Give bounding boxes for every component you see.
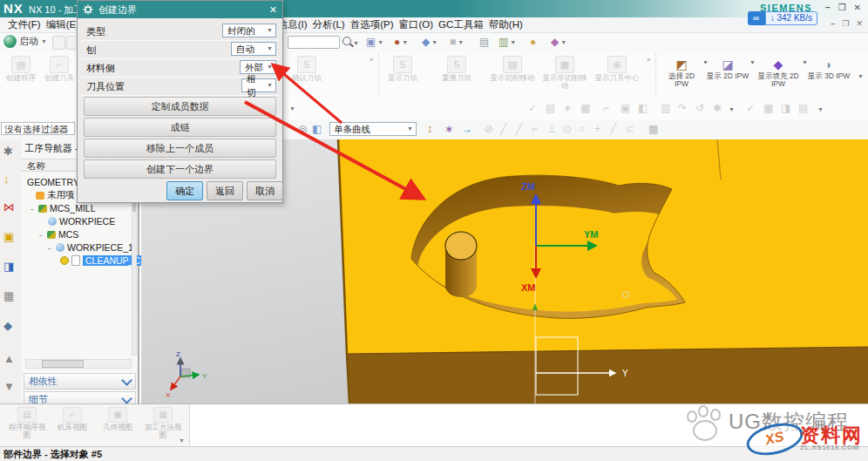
settings-gear-icon[interactable]: ✱ <box>3 145 13 158</box>
chevron-down-icon[interactable]: ▼ <box>802 59 808 65</box>
util-icon[interactable]: ⌐ <box>603 102 609 114</box>
chevron-down-icon[interactable]: ▼ <box>817 106 824 112</box>
tree-node-geometry[interactable]: GEOMETRY <box>27 176 79 188</box>
dialog-close-icon[interactable]: ✕ <box>269 4 277 16</box>
doc-minimize-icon[interactable]: – <box>831 19 835 28</box>
util-icon[interactable]: ✓ <box>746 102 755 114</box>
reuse-library-icon[interactable]: ◨ <box>3 260 14 273</box>
ok-button[interactable]: 确定 <box>166 181 203 200</box>
util-icon[interactable]: ▦ <box>580 102 590 114</box>
block-front-face[interactable] <box>347 347 868 403</box>
snap-icon[interactable]: ╱ <box>516 123 522 135</box>
close-icon[interactable]: ✕ <box>854 3 861 12</box>
snap-icon[interactable]: ○ <box>579 123 585 135</box>
snap-view-icon[interactable]: ◆▼ <box>551 36 566 48</box>
util-icon[interactable]: ◧ <box>638 102 648 114</box>
util-icon[interactable]: ▣ <box>620 102 630 114</box>
menu-help[interactable]: 帮助(H) <box>486 18 526 31</box>
hd3d-tools-icon[interactable]: ▦ <box>3 289 14 302</box>
minimize-icon[interactable]: – <box>825 3 831 12</box>
util-icon[interactable]: ✓ <box>528 102 537 114</box>
util-icon[interactable]: ↷ <box>678 102 687 114</box>
program-order-view-button[interactable]: ▤ 程序顺序视图 <box>5 406 49 447</box>
point-constructor-icon[interactable]: ∗ <box>444 123 453 135</box>
chevron-down-icon[interactable]: ▼ <box>353 40 359 46</box>
show-3d-ipw-button[interactable]: ◗ 显示 3D IPW <box>807 54 851 80</box>
web-browser-icon[interactable]: ◆ <box>3 319 12 332</box>
doc-close-icon[interactable]: ✕ <box>856 19 863 28</box>
tree-node-cleanup[interactable]: CLEANUP_C <box>60 254 143 267</box>
part-navigator-icon[interactable]: ▣ <box>3 230 14 243</box>
solid-body-icon[interactable]: ◧ <box>312 123 322 135</box>
snap-icon[interactable]: ⊙ <box>563 123 572 135</box>
util-icon[interactable]: ▤ <box>546 102 555 114</box>
cylinder-island-top[interactable] <box>445 232 477 260</box>
menu-window[interactable]: 窗口(O) <box>396 18 436 31</box>
selection-filter-dropdown[interactable]: 没有选择过滤器 <box>1 122 75 135</box>
show-toolpath-button[interactable]: 5 显示刀轨 <box>383 54 422 82</box>
create-program-button[interactable]: ▤ 创建程序 <box>2 54 40 82</box>
util-icon[interactable]: ✱ <box>713 102 722 114</box>
tree-node-unused[interactable]: 未用项 <box>36 189 75 201</box>
curve-rule-dropdown[interactable]: 单条曲线 ▼ <box>329 122 417 136</box>
constraint-navigator-icon[interactable]: ⋈ <box>3 200 15 214</box>
doc-restore-icon[interactable]: ❐ <box>842 19 849 28</box>
show-filled-2d-ipw-button[interactable]: ◆ 显示填充 2D IPW <box>755 54 802 88</box>
chevron-down-icon[interactable]: ▼ <box>179 437 185 444</box>
machine-tool-view-button[interactable]: ⌐ 机床视图 <box>51 406 94 447</box>
plane-dropdown[interactable]: 自动 ▼ <box>231 42 276 56</box>
dialog-titlebar[interactable]: 创建边界 ✕ <box>78 1 282 18</box>
type-dropdown[interactable]: 封闭的 ▼ <box>222 24 276 37</box>
command-search-input[interactable] <box>288 36 340 49</box>
move-object-icon[interactable]: ● <box>530 36 536 48</box>
display-mode-icon[interactable]: ■▼ <box>450 36 464 48</box>
chevron-down-icon[interactable]: ▼ <box>702 59 709 65</box>
chevron-down-icon[interactable]: ▼ <box>749 59 756 65</box>
view-cube-icon[interactable]: ◆▼ <box>422 36 437 48</box>
fit-window-icon[interactable]: ▣▼ <box>366 36 383 48</box>
group-overflow-mark[interactable]: » <box>370 56 373 64</box>
roles-icon[interactable]: ▼ <box>3 380 15 393</box>
back-button[interactable]: 返回 <box>207 181 243 200</box>
util-icon[interactable]: ∗ <box>563 102 572 114</box>
tree-node-workpiece[interactable]: WORKPIECE <box>48 215 115 227</box>
snap-icon[interactable]: + <box>594 123 600 135</box>
tree-horizontal-scrollbar[interactable] <box>25 359 132 369</box>
snap-icon[interactable]: ⌐ <box>532 123 538 135</box>
collapse-icon[interactable]: - <box>48 243 53 253</box>
util-icon[interactable]: ▥ <box>661 102 670 114</box>
menu-analysis[interactable]: 分析(L) <box>310 18 348 31</box>
face-rule-icon[interactable]: ▦ <box>648 123 658 135</box>
custom-member-data-button[interactable]: 定制成员数据 <box>84 97 276 116</box>
util-icon[interactable]: ◨ <box>781 102 790 114</box>
chain-button[interactable]: 成链 <box>84 118 276 137</box>
restore-icon[interactable]: ❐ <box>838 3 846 12</box>
new-sheet-icon[interactable]: ▤ <box>479 36 489 48</box>
menu-file[interactable]: 文件(F) <box>5 18 44 31</box>
chevron-down-icon[interactable]: ▼ <box>729 106 735 112</box>
group-overflow-mark[interactable]: » <box>647 56 650 64</box>
tree-node-mcs-mill[interactable]: - MCS_MILL <box>31 202 96 214</box>
snap-icon[interactable]: ╱ <box>500 123 506 135</box>
select-2d-ipw-button[interactable]: ◩ 选择 2D IPW <box>661 54 702 88</box>
dependencies-panel-header[interactable]: 相依性 <box>24 373 136 390</box>
chevron-down-icon[interactable]: ▼ <box>858 73 864 79</box>
create-next-boundary-button[interactable]: 创建下一个边界 <box>84 159 276 179</box>
tree-node-mcs[interactable]: - MCS <box>39 228 78 241</box>
remove-last-member-button[interactable]: 移除上一个成员 <box>84 139 276 158</box>
show-noncut-moves-button[interactable]: ▦ 显示非切削移动 <box>542 54 587 90</box>
collapse-icon[interactable]: - <box>39 230 44 240</box>
util-icon[interactable]: ↺ <box>695 102 704 114</box>
tree-node-workpiece-1[interactable]: - WORKPIECE_1 <box>48 241 133 254</box>
history-icon[interactable]: ▲ <box>3 352 15 365</box>
chevron-down-icon[interactable]: ▼ <box>289 105 295 112</box>
snap-icon[interactable]: ⊥ <box>547 123 556 135</box>
stop-position-icon[interactable]: ↕ <box>427 123 432 135</box>
tool-position-dropdown[interactable]: 相切 ▼ <box>241 78 276 92</box>
search-icon[interactable] <box>342 37 351 45</box>
create-tool-button[interactable]: ⌐ 创建刀具 <box>40 54 78 82</box>
assembly-navigator-icon[interactable]: ↕ <box>3 173 10 186</box>
geometry-view-button[interactable]: ▣ 几何视图 <box>96 406 139 447</box>
verify-toolpath-button[interactable]: 5 确认刀轨 <box>288 54 326 82</box>
new-file-icon[interactable] <box>52 36 65 50</box>
